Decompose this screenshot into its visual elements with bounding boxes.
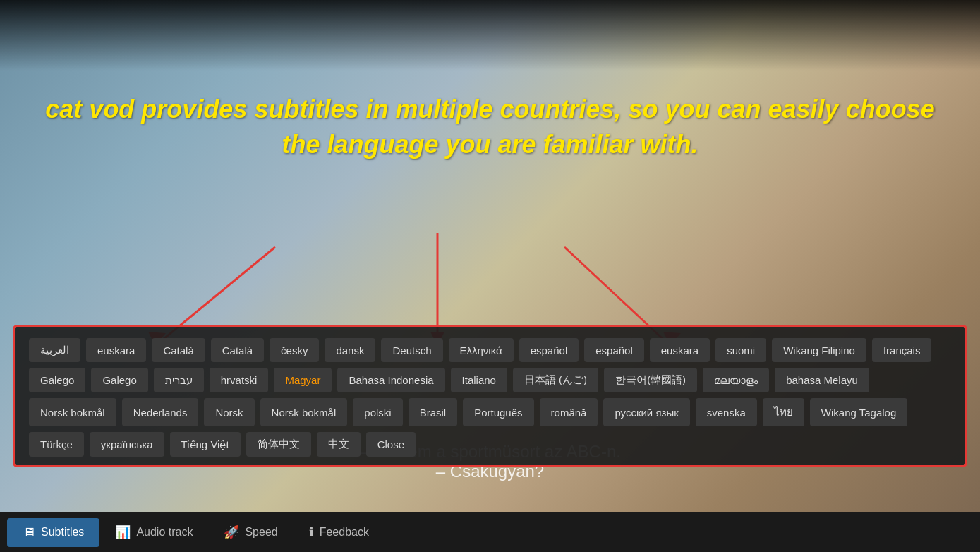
- audio-track-label: Audio track: [136, 526, 193, 539]
- lang-btn-arabic[interactable]: العربية: [29, 338, 80, 362]
- lang-btn-wikang-tagalog[interactable]: Wikang Tagalog: [810, 398, 907, 426]
- promo-text: cat vod provides subtitles in multiple c…: [0, 92, 980, 163]
- lang-btn-nederlands[interactable]: Nederlands: [122, 398, 199, 426]
- lang-btn-espanol2[interactable]: español: [584, 338, 644, 362]
- lang-btn-euskara2[interactable]: euskara: [650, 338, 710, 362]
- subtitles-button[interactable]: 🖥 Subtitles: [7, 518, 99, 547]
- feedback-button[interactable]: ℹ Feedback: [294, 517, 385, 547]
- speed-icon: 🚀: [224, 524, 239, 540]
- speed-button[interactable]: 🚀 Speed: [208, 517, 293, 547]
- lang-btn-deutsch[interactable]: Deutsch: [381, 338, 442, 362]
- lang-btn-polski[interactable]: polski: [353, 398, 402, 426]
- feedback-label: Feedback: [320, 526, 369, 539]
- subtitles-label: Subtitles: [41, 526, 84, 539]
- lang-btn-korean[interactable]: 한국어(韓國語): [604, 368, 697, 392]
- lang-btn-suomi[interactable]: suomi: [715, 338, 766, 362]
- lang-btn-catala1[interactable]: Català: [152, 338, 205, 362]
- lang-btn-brasil[interactable]: Brasil: [409, 398, 458, 426]
- lang-btn-bahasa-indonesia[interactable]: Bahasa Indonesia: [337, 368, 444, 392]
- lang-btn-francais[interactable]: français: [872, 338, 932, 362]
- lang-btn-bahasa-melayu[interactable]: bahasa Melayu: [775, 368, 869, 392]
- lang-btn-simplified-chinese[interactable]: 简体中文: [246, 432, 311, 457]
- speed-label: Speed: [245, 526, 277, 539]
- promo-text-line1: cat vod provides subtitles in multiple c…: [42, 92, 938, 127]
- lang-btn-norsk-bokmal1[interactable]: Norsk bokmål: [29, 398, 116, 426]
- lang-btn-svenska[interactable]: svenska: [696, 398, 757, 426]
- lang-btn-cesky[interactable]: česky: [270, 338, 319, 362]
- top-gradient-overlay: [0, 0, 980, 71]
- lang-btn-espanol1[interactable]: español: [519, 338, 579, 362]
- lang-btn-turkce[interactable]: Türkçe: [29, 432, 84, 457]
- lang-btn-dansk[interactable]: dansk: [325, 338, 375, 362]
- lang-btn-italiano[interactable]: Italiano: [451, 368, 507, 392]
- lang-btn-close[interactable]: Close: [366, 432, 416, 457]
- lang-btn-thai[interactable]: ไทย: [763, 398, 804, 426]
- promo-text-line2: the language you are familiar with.: [42, 127, 938, 162]
- lang-btn-greek[interactable]: Ελληνικά: [449, 338, 514, 362]
- lang-btn-norsk-bokmal2[interactable]: Norsk bokmål: [260, 398, 348, 426]
- lang-btn-japanese[interactable]: 日本語 (んご): [513, 368, 598, 392]
- lang-btn-norsk[interactable]: Norsk: [204, 398, 254, 426]
- lang-btn-portugues[interactable]: Português: [463, 398, 533, 426]
- audio-track-button[interactable]: 📊 Audio track: [99, 517, 208, 547]
- lang-btn-russian[interactable]: русский язык: [603, 398, 689, 426]
- lang-btn-catala2[interactable]: Català: [211, 338, 264, 362]
- lang-btn-romana[interactable]: română: [540, 398, 598, 426]
- language-grid: العربيةeuskaraCatalàCatalàčeskydanskDeut…: [29, 338, 951, 457]
- video-background: [0, 0, 980, 552]
- feedback-icon: ℹ: [309, 524, 314, 540]
- lang-btn-malayalam[interactable]: മലയാളം: [703, 368, 769, 392]
- subtitle-language-panel: العربيةeuskaraCatalàCatalàčeskydanskDeut…: [13, 325, 967, 467]
- lang-btn-galego1[interactable]: Galego: [29, 368, 85, 392]
- bottom-toolbar: 🖥 Subtitles 📊 Audio track 🚀 Speed ℹ Feed…: [0, 512, 980, 552]
- lang-btn-hrvatski[interactable]: hrvatski: [210, 368, 269, 392]
- lang-btn-ukrainian[interactable]: українська: [90, 432, 164, 457]
- lang-btn-magyar[interactable]: Magyar: [274, 368, 332, 392]
- lang-btn-wikang-filipino[interactable]: Wikang Filipino: [772, 338, 866, 362]
- lang-btn-euskara1[interactable]: euskara: [86, 338, 146, 362]
- audio-track-icon: 📊: [115, 524, 131, 540]
- lang-btn-tieng-viet[interactable]: Tiếng Việt: [170, 432, 241, 457]
- lang-btn-hebrew[interactable]: עברית: [154, 368, 204, 392]
- subtitles-icon: 🖥: [23, 525, 35, 540]
- lang-btn-galego2[interactable]: Galego: [91, 368, 147, 392]
- lang-btn-chinese[interactable]: 中文: [317, 432, 361, 457]
